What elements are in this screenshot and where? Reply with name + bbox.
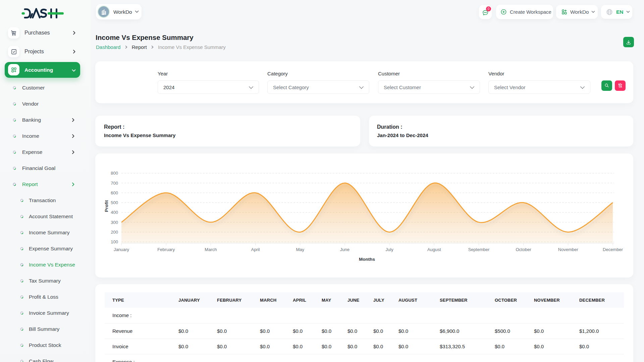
- svg-text:December: December: [603, 247, 623, 252]
- svg-text:200: 200: [111, 230, 118, 235]
- svg-text:October: October: [516, 247, 531, 252]
- svg-text:February: February: [157, 247, 175, 252]
- svg-text:March: March: [205, 247, 217, 252]
- svg-text:May: May: [296, 247, 304, 252]
- svg-text:100: 100: [111, 239, 118, 244]
- svg-text:600: 600: [111, 190, 118, 195]
- svg-text:January: January: [114, 247, 129, 252]
- svg-text:700: 700: [111, 181, 118, 186]
- svg-text:500: 500: [111, 200, 118, 205]
- svg-text:Profit: Profit: [104, 200, 109, 212]
- svg-text:April: April: [251, 247, 260, 252]
- svg-text:300: 300: [111, 220, 118, 225]
- svg-text:June: June: [340, 247, 350, 252]
- svg-text:400: 400: [111, 210, 118, 215]
- svg-text:November: November: [558, 247, 579, 252]
- svg-text:Months: Months: [359, 257, 375, 262]
- svg-text:800: 800: [111, 171, 118, 176]
- svg-text:August: August: [427, 247, 441, 252]
- svg-text:July: July: [386, 247, 394, 252]
- svg-text:September: September: [468, 247, 490, 252]
